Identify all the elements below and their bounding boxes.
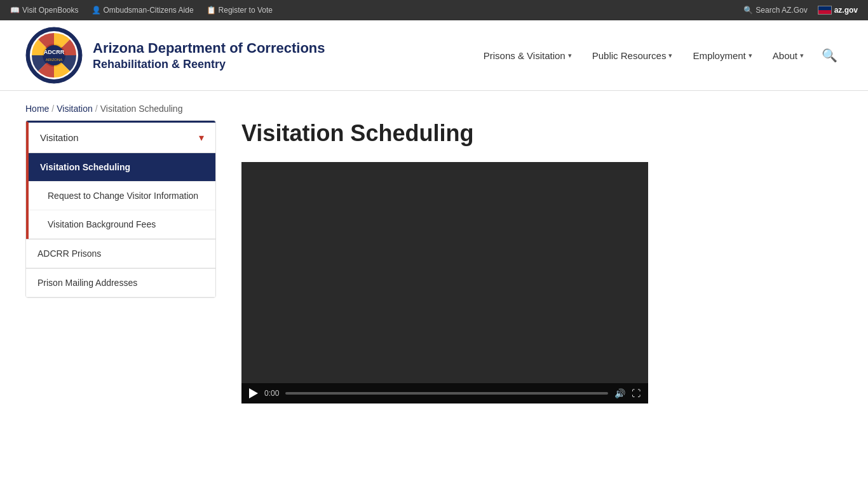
ombudsman-link[interactable]: 👤 Ombudsman-Citizens Aide [92,6,194,15]
sidebar-item-visitation-scheduling[interactable]: Visitation Scheduling [29,153,215,182]
main-nav: Prisons & Visitation ▾ Public Resources … [476,43,843,68]
nav-employment[interactable]: Employment ▾ [685,45,759,66]
nav-about[interactable]: About ▾ [765,45,811,66]
topbar: 📖 Visit OpenBooks 👤 Ombudsman-Citizens A… [0,0,868,20]
search-icon: 🔍 [822,48,837,62]
nav-public-resources-label: Public Resources [592,50,667,61]
nav-search-button[interactable]: 🔍 [817,43,843,68]
breadcrumb-sep-2: / [95,104,98,114]
ombudsman-label: Ombudsman-Citizens Aide [104,6,194,15]
video-volume-icon[interactable]: 🔊 [614,388,625,398]
sidebar-visitation-chevron-icon: ▾ [199,132,204,144]
sidebar-item-adcrr-prisons[interactable]: ADCRR Prisons [26,240,215,268]
sidebar-prison-mailing-label: Prison Mailing Addresses [37,278,137,288]
search-azgov-link[interactable]: 🔍 Search AZ.Gov [743,6,807,15]
header-logo: ADCRR ARIZONA Arizona Department of Corr… [25,27,476,84]
register-vote-label: Register to Vote [219,6,273,15]
sidebar-item-visitation-scheduling-label: Visitation Scheduling [40,162,130,172]
public-resources-chevron-icon: ▾ [668,51,672,60]
breadcrumb: Home / Visitation / Visitation Schedulin… [0,91,868,120]
register-vote-icon: 📋 [207,6,216,15]
org-name-block: Arizona Department of Corrections Rehabi… [93,39,325,71]
page-layout: Visitation ▾ Visitation Scheduling Reque… [0,120,868,429]
video-fullscreen-icon[interactable]: ⛶ [632,388,641,398]
video-player[interactable]: 0:00 🔊 ⛶ [241,162,648,403]
sidebar-visitation-section: Visitation ▾ Visitation Scheduling Reque… [26,121,215,239]
org-name-line2: Rehabilitation & Reentry [93,58,325,71]
azgov-logo: az.gov [818,6,858,15]
sidebar-item-background-fees-label: Visitation Background Fees [48,219,156,229]
sidebar-item-visitation-background-fees[interactable]: Visitation Background Fees [29,210,215,239]
svg-text:ADCRR: ADCRR [44,49,65,55]
page-title: Visitation Scheduling [241,120,843,147]
employment-chevron-icon: ▾ [749,51,752,60]
video-progress-bar[interactable] [285,392,608,395]
main-content: Visitation Scheduling 0:00 🔊 ⛶ [241,120,843,403]
sidebar-visitation-header[interactable]: Visitation ▾ [29,123,215,153]
org-logo: ADCRR ARIZONA [25,27,83,84]
sidebar-item-prison-mailing[interactable]: Prison Mailing Addresses [26,269,215,297]
svg-point-3 [44,45,64,65]
openbooks-icon: 📖 [10,6,20,15]
video-area [241,162,648,381]
sidebar-item-request-change-label: Request to Change Visitor Information [48,191,198,201]
nav-prisons-visitation-label: Prisons & Visitation [484,50,566,61]
prisons-chevron-icon: ▾ [568,51,572,60]
nav-prisons-visitation[interactable]: Prisons & Visitation ▾ [476,45,580,66]
sidebar-adcrr-prisons-label: ADCRR Prisons [37,248,101,259]
azgov-flag-icon [818,6,832,15]
sidebar-adcrr-prisons-section: ADCRR Prisons [26,239,215,268]
search-azgov-icon: 🔍 [743,6,753,15]
header: ADCRR ARIZONA Arizona Department of Corr… [0,20,868,91]
org-name-line1: Arizona Department of Corrections [93,39,325,58]
about-chevron-icon: ▾ [800,51,804,60]
breadcrumb-visitation[interactable]: Visitation [57,104,93,114]
nav-employment-label: Employment [693,50,745,61]
azgov-text: az.gov [834,6,858,15]
video-time-label: 0:00 [264,389,279,398]
sidebar-prison-mailing-section: Prison Mailing Addresses [26,268,215,297]
search-azgov-label: Search AZ.Gov [756,6,807,15]
nav-public-resources[interactable]: Public Resources ▾ [585,45,681,66]
register-vote-link[interactable]: 📋 Register to Vote [207,6,273,15]
topbar-right: 🔍 Search AZ.Gov az.gov [743,6,858,15]
sidebar-visitation-label: Visitation [40,132,79,143]
visit-openbooks-link[interactable]: 📖 Visit OpenBooks [10,6,79,15]
openbooks-label: Visit OpenBooks [22,6,79,15]
breadcrumb-current: Visitation Scheduling [100,104,183,114]
topbar-left: 📖 Visit OpenBooks 👤 Ombudsman-Citizens A… [10,6,731,15]
nav-about-label: About [773,50,797,61]
breadcrumb-home[interactable]: Home [25,104,49,114]
sidebar-item-request-change-visitor[interactable]: Request to Change Visitor Information [29,182,215,210]
sidebar: Visitation ▾ Visitation Scheduling Reque… [25,120,216,298]
svg-text:ARIZONA: ARIZONA [46,58,63,62]
video-play-button[interactable] [249,388,258,398]
breadcrumb-sep-1: / [51,104,54,114]
ombudsman-icon: 👤 [92,6,101,15]
video-controls-bar: 0:00 🔊 ⛶ [241,383,648,403]
